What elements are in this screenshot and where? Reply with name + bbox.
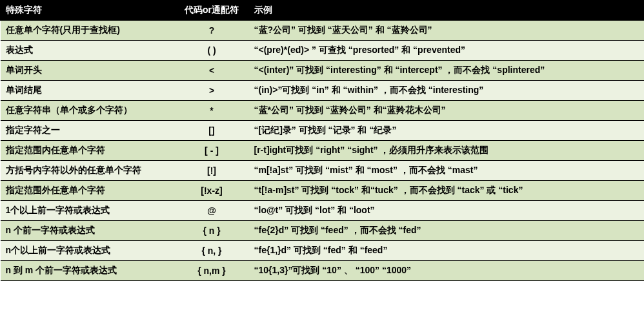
cell-example: “<(pre)*(ed)> ” 可查找 “presorted” 和 “preve… [249, 41, 644, 61]
cell-special: 任意单个字符(只用于查找框) [1, 21, 175, 41]
cell-special: 指定字符之一 [1, 121, 175, 141]
cell-code: @ [175, 201, 249, 221]
cell-code: { n,m } [175, 261, 249, 281]
table-row: 单词结尾>“(in)>”可找到 “in” 和 “within” ，而不会找 “i… [1, 81, 644, 101]
cell-code: ( ) [175, 41, 249, 61]
cell-special: 方括号内字符以外的任意单个字符 [1, 161, 175, 181]
cell-example: “10{1,3}”可找到 “10” 、 “100” “1000” [249, 261, 644, 281]
table-row: 指定范围外任意单个字符[!x-z]“t[!a-m]st” 可找到 “tock” … [1, 181, 644, 201]
cell-special: 单词开头 [1, 61, 175, 81]
table-row: 任意单个字符(只用于查找框)?“蓝?公司” 可找到 “蓝天公司” 和 “蓝羚公司… [1, 21, 644, 41]
cell-example: “t[!a-m]st” 可找到 “tock” 和“tuck” ，而不会找到 “t… [249, 181, 644, 201]
cell-special: 1个以上前一字符或表达式 [1, 201, 175, 221]
cell-special: n个以上前一字符或表达式 [1, 241, 175, 261]
table-row: 1个以上前一字符或表达式@“lo@t” 可找到 “lot” 和 “loot” [1, 201, 644, 221]
cell-code: [] [175, 121, 249, 141]
cell-code: * [175, 101, 249, 121]
cell-special: 指定范围内任意单个字符 [1, 141, 175, 161]
cell-example: “fe{2}d” 可找到 “feed” ，而不会找 “fed” [249, 221, 644, 241]
table-row: 任意字符串（单个或多个字符）*“蓝*公司” 可找到 “蓝羚公司” 和“蓝羚花木公… [1, 101, 644, 121]
cell-example: [r-t]ight可找到 “right” “sight” ，必须用升序来表示该范… [249, 141, 644, 161]
cell-code: [!] [175, 161, 249, 181]
cell-example: “fe{1,}d” 可找到 “fed” 和 “feed” [249, 241, 644, 261]
table-header-row: 特殊字符 代码or通配符 示例 [1, 1, 644, 21]
cell-special: 任意字符串（单个或多个字符） [1, 101, 175, 121]
header-special: 特殊字符 [1, 1, 175, 21]
table-row: n 个前一字符或表达式{ n }“fe{2}d” 可找到 “feed” ，而不会… [1, 221, 644, 241]
table-row: n 到 m 个前一字符或表达式{ n,m }“10{1,3}”可找到 “10” … [1, 261, 644, 281]
cell-example: “m[!a]st” 可找到 “mist” 和 “most” ，而不会找 “mas… [249, 161, 644, 181]
cell-code: > [175, 81, 249, 101]
table-row: n个以上前一字符或表达式{ n, }“fe{1,}d” 可找到 “fed” 和 … [1, 241, 644, 261]
wildcard-reference-table: 特殊字符 代码or通配符 示例 任意单个字符(只用于查找框)?“蓝?公司” 可找… [0, 0, 644, 281]
cell-code: { n, } [175, 241, 249, 261]
table-row: 指定范围内任意单个字符[ - ][r-t]ight可找到 “right” “si… [1, 141, 644, 161]
cell-code: [ - ] [175, 141, 249, 161]
cell-code: { n } [175, 221, 249, 241]
table-row: 表达式( )“<(pre)*(ed)> ” 可查找 “presorted” 和 … [1, 41, 644, 61]
cell-example: “[记纪]录” 可找到 “记录” 和 “纪录” [249, 121, 644, 141]
table-row: 单词开头<“<(inter)” 可找到 “interesting” 和 “int… [1, 61, 644, 81]
header-code: 代码or通配符 [175, 1, 249, 21]
cell-special: 指定范围外任意单个字符 [1, 181, 175, 201]
cell-example: “<(inter)” 可找到 “interesting” 和 “intercep… [249, 61, 644, 81]
cell-example: “lo@t” 可找到 “lot” 和 “loot” [249, 201, 644, 221]
cell-special: n 个前一字符或表达式 [1, 221, 175, 241]
cell-example: “(in)>”可找到 “in” 和 “within” ，而不会找 “intere… [249, 81, 644, 101]
cell-code: < [175, 61, 249, 81]
cell-code: ? [175, 21, 249, 41]
cell-example: “蓝*公司” 可找到 “蓝羚公司” 和“蓝羚花木公司” [249, 101, 644, 121]
cell-special: n 到 m 个前一字符或表达式 [1, 261, 175, 281]
table-row: 方括号内字符以外的任意单个字符[!]“m[!a]st” 可找到 “mist” 和… [1, 161, 644, 181]
cell-special: 单词结尾 [1, 81, 175, 101]
table-row: 指定字符之一[]“[记纪]录” 可找到 “记录” 和 “纪录” [1, 121, 644, 141]
cell-special: 表达式 [1, 41, 175, 61]
cell-code: [!x-z] [175, 181, 249, 201]
cell-example: “蓝?公司” 可找到 “蓝天公司” 和 “蓝羚公司” [249, 21, 644, 41]
header-example: 示例 [249, 1, 644, 21]
